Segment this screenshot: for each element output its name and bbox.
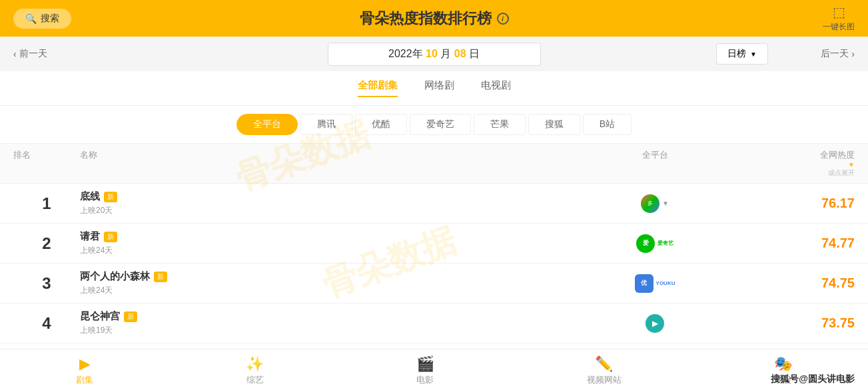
platform-logo-4: ▶: [588, 314, 721, 333]
show-name-3: 两个人的小森林: [80, 270, 150, 283]
table-row: 2 请君 新 上映24天 爱 爱奇艺 74.77: [0, 224, 868, 264]
animation-icon: 🎭: [774, 355, 792, 373]
show-days-4: 上映19天: [80, 325, 588, 336]
rank-1: 1: [13, 194, 80, 213]
show-name-1: 底线: [80, 190, 100, 203]
sohu-watermark: 搜狐号@圆头讲电影: [771, 373, 855, 385]
platform-tencent[interactable]: 腾讯: [300, 114, 352, 135]
date-separator: 月: [440, 48, 451, 59]
platform-youku[interactable]: 优酷: [355, 114, 407, 135]
heat-value-4: 73.75: [721, 315, 855, 331]
nav-item-drama[interactable]: ▶ 剧集: [76, 355, 93, 386]
info-icon[interactable]: i: [497, 13, 509, 25]
table-header: 排名 名称 全平台 全网热度 ▼ 成点展开: [0, 143, 868, 184]
search-label: 搜索: [41, 13, 59, 25]
date-nav: ‹ 前一天 2022年 10 月 08 日 日榜 ▼ 后一天 ›: [0, 37, 868, 71]
variety-icon: ✨: [246, 355, 264, 373]
period-select[interactable]: 日榜 ▼: [716, 43, 768, 65]
next-button[interactable]: 后一天 ›: [821, 48, 855, 60]
table-row: 1 底线 新 上映20天 多 ▼ 76.17: [0, 184, 868, 224]
date-year: 2022年: [388, 48, 423, 59]
page-title: 骨朵热度指数排行榜 i: [360, 9, 509, 29]
platform-iqiyi[interactable]: 爱奇艺: [410, 114, 471, 135]
show-days-1: 上映20天: [80, 205, 588, 216]
prev-button[interactable]: ‹ 前一天: [13, 48, 47, 60]
nav-item-video[interactable]: ✏️ 视频网站: [587, 355, 622, 386]
platform-sohu[interactable]: 搜狐: [528, 114, 580, 135]
show-tag-2: 新: [104, 232, 117, 242]
tab-web-drama[interactable]: 网络剧: [424, 79, 454, 97]
search-button[interactable]: 🔍 搜索: [13, 9, 71, 29]
sort-icon: ▼: [848, 161, 855, 168]
screenshot-button[interactable]: ⬚ 一键长图: [823, 4, 855, 33]
show-name-4: 昆仑神宫: [80, 310, 120, 323]
platform-mango[interactable]: 芒果: [474, 114, 526, 135]
video-icon: ✏️: [595, 355, 613, 373]
chevron-left-icon: ‹: [13, 49, 17, 59]
date-day: 08: [454, 48, 466, 59]
rank-3: 3: [13, 274, 80, 293]
heat-value-2: 74.77: [721, 236, 855, 251]
table-row: 4 昆仑神宫 新 上映19天 ▶ 73.75: [0, 303, 868, 343]
tab-all-drama[interactable]: 全部剧集: [358, 79, 398, 97]
show-days-2: 上映24天: [80, 245, 588, 256]
show-info-4[interactable]: 昆仑神宫 新 上映19天: [80, 310, 588, 336]
platform-filter: 全平台 腾讯 优酷 爱奇艺 芒果 搜狐 B站: [0, 106, 868, 143]
heat-value-3: 74.75: [721, 276, 855, 291]
platform-logo-3: 优 YOUKU: [588, 274, 721, 293]
drama-icon: ▶: [79, 355, 91, 373]
search-icon: 🔍: [25, 13, 37, 24]
show-info-1[interactable]: 底线 新 上映20天: [80, 190, 588, 216]
col-name-header: 名称: [80, 149, 588, 178]
show-name-2: 请君: [80, 230, 100, 243]
nav-item-movie[interactable]: 🎬 电影: [416, 355, 434, 386]
date-month: 10: [426, 48, 438, 59]
platform-logo-2: 爱 爱奇艺: [588, 234, 721, 253]
movie-icon: 🎬: [416, 355, 434, 373]
show-tag-4: 新: [124, 311, 137, 322]
screenshot-icon: ⬚: [833, 4, 845, 20]
tab-tv-drama[interactable]: 电视剧: [481, 79, 511, 97]
rank-4: 4: [13, 314, 80, 333]
header: 🔍 搜索 骨朵热度指数排行榜 i ⬚ 一键长图: [0, 0, 868, 37]
show-tag-3: 新: [154, 272, 167, 282]
heat-value-1: 76.17: [721, 196, 855, 211]
chevron-down-icon[interactable]: ▼: [662, 200, 669, 207]
tabs-container: 全部剧集 网络剧 电视剧: [0, 71, 868, 106]
show-days-3: 上映24天: [80, 285, 588, 296]
rank-2: 2: [13, 234, 80, 253]
show-info-2[interactable]: 请君 新 上映24天: [80, 230, 588, 256]
platform-logo-1: 多 ▼: [588, 194, 721, 213]
col-heat-header: 全网热度 ▼ 成点展开: [721, 149, 855, 178]
table-row: 3 两个人的小森林 新 上映24天 优 YOUKU 74.75: [0, 264, 868, 303]
chevron-right-icon: ›: [851, 49, 855, 59]
platform-bilibili[interactable]: B站: [583, 114, 632, 135]
nav-item-variety[interactable]: ✨ 综艺: [246, 355, 264, 386]
platform-all[interactable]: 全平台: [236, 114, 298, 135]
show-tag-1: 新: [104, 192, 117, 202]
show-info-3[interactable]: 两个人的小森林 新 上映24天: [80, 270, 588, 296]
date-display: 2022年 10 月 08 日: [328, 43, 541, 66]
chevron-down-icon: ▼: [750, 51, 757, 58]
bottom-nav: ▶ 剧集 ✨ 综艺 🎬 电影 ✏️ 视频网站 🎭 动漫: [0, 349, 868, 392]
col-platform-header: 全平台: [588, 149, 721, 178]
col-rank-header: 排名: [13, 149, 80, 178]
date-suffix: 日: [469, 48, 480, 59]
